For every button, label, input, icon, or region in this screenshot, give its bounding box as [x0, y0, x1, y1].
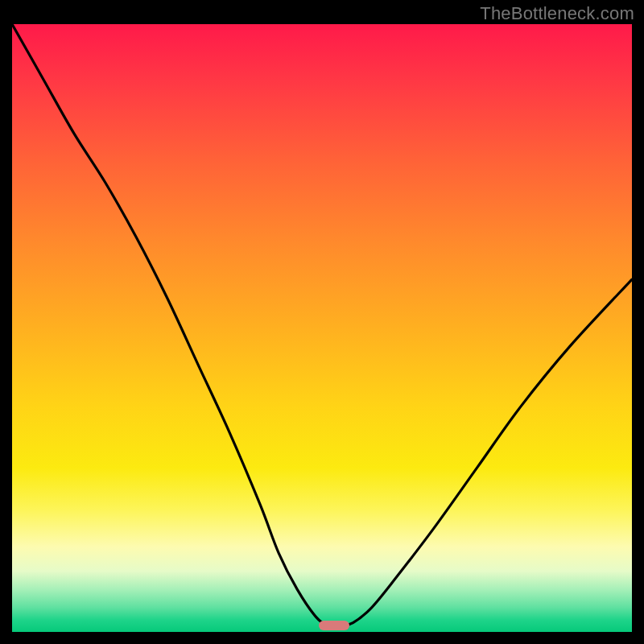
watermark-text: TheBottleneck.com	[480, 3, 634, 24]
bottleneck-plot	[12, 24, 632, 632]
bottleneck-curve	[12, 24, 632, 632]
optimal-marker	[319, 621, 349, 630]
chart-frame: TheBottleneck.com	[0, 0, 644, 644]
